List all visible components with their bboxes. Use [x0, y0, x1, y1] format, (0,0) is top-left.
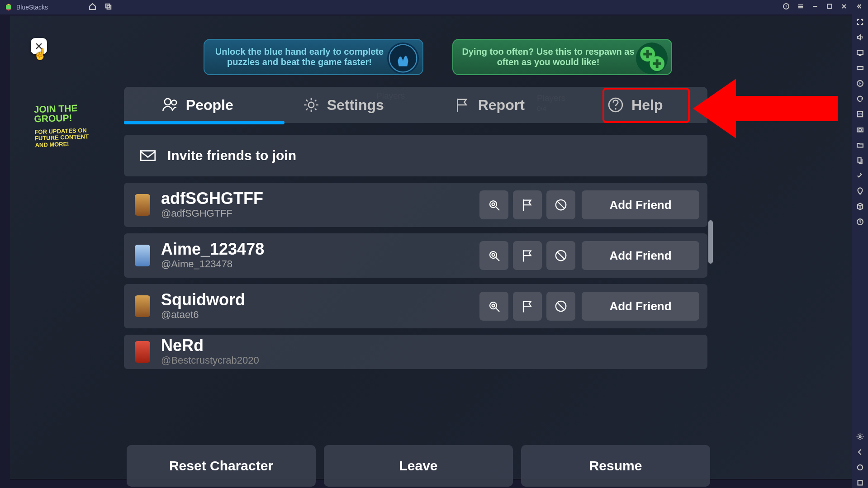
tab-help-label: Help — [631, 97, 663, 114]
player-row[interactable]: Aime_123478 @Aime_123478 Add Friend — [124, 233, 707, 278]
play-icon[interactable] — [856, 80, 864, 89]
bluestacks-logo-icon — [5, 3, 13, 11]
leave-button[interactable]: Leave — [324, 445, 513, 487]
block-player-button[interactable] — [546, 190, 575, 219]
display-icon[interactable] — [856, 49, 864, 58]
location-icon[interactable] — [856, 187, 864, 196]
help-icon — [606, 95, 625, 114]
folder-icon[interactable] — [856, 141, 864, 150]
flag-icon — [453, 95, 472, 114]
inspect-button[interactable] — [479, 292, 508, 321]
hamburger-icon[interactable] — [796, 3, 806, 12]
svg-point-17 — [389, 45, 417, 72]
tab-report[interactable]: Report — [416, 87, 562, 123]
mail-icon — [138, 146, 157, 165]
tab-people-label: People — [186, 97, 233, 114]
tab-help[interactable]: Help — [562, 87, 708, 123]
svg-rect-4 — [827, 4, 831, 8]
svg-rect-1 — [107, 5, 111, 9]
game-menu: People Settings Report Help Invite frien… — [124, 87, 707, 369]
report-player-button[interactable] — [513, 292, 542, 321]
game-viewport: Players1/3 Players0/4 JOIN THE GROUP! FO… — [10, 16, 852, 479]
player-list: adfSGHGTFF @adfSGHGTFF Add Friend Aime_1… — [124, 183, 707, 369]
svg-point-20 — [165, 99, 171, 105]
player-names: Aime_123478 @Aime_123478 — [161, 241, 264, 270]
fullscreen-icon[interactable] — [856, 18, 864, 27]
inspect-button[interactable] — [479, 241, 508, 270]
invite-label: Invite friends to join — [167, 148, 296, 163]
tab-settings-label: Settings — [327, 97, 384, 114]
cube-icon[interactable] — [856, 203, 864, 212]
report-player-button[interactable] — [513, 241, 542, 270]
collapse-panel-icon[interactable] — [854, 3, 863, 12]
block-player-button[interactable] — [546, 292, 575, 321]
sync-icon[interactable] — [856, 95, 864, 104]
gear-icon — [302, 95, 321, 114]
tab-underline — [124, 121, 285, 124]
svg-text:?: ? — [785, 5, 787, 9]
tab-people[interactable]: People — [124, 87, 270, 123]
bottom-button-row: Reset Character Leave Resume — [127, 445, 710, 487]
svg-point-15 — [857, 465, 862, 470]
player-handle: @ataet6 — [161, 309, 245, 321]
block-player-button[interactable] — [546, 241, 575, 270]
invite-friends-button[interactable]: Invite friends to join — [124, 135, 707, 176]
svg-rect-25 — [141, 151, 155, 161]
player-names: adfSGHGTFF @adfSGHGTFF — [161, 190, 263, 219]
resume-button[interactable]: Resume — [521, 445, 710, 487]
add-friend-button[interactable]: Add Friend — [582, 241, 699, 270]
svg-point-26 — [490, 201, 497, 208]
recent-apps-icon[interactable] — [104, 3, 112, 12]
bg-sign-top: JOIN THE GROUP! — [33, 103, 95, 124]
scrollbar-thumb[interactable] — [708, 220, 713, 264]
recents-icon[interactable] — [856, 479, 864, 488]
close-icon[interactable] — [839, 3, 849, 12]
svg-point-27 — [492, 203, 495, 206]
svg-rect-12 — [858, 158, 861, 162]
add-friend-button[interactable]: Add Friend — [582, 190, 699, 219]
side-toolbar: APK — [852, 14, 868, 488]
clock-icon[interactable] — [856, 218, 864, 227]
maximize-icon[interactable] — [825, 3, 835, 12]
add-friend-button[interactable]: Add Friend — [582, 292, 699, 321]
avatar — [135, 295, 150, 317]
promo-blue-hand[interactable]: Unlock the blue hand early to complete p… — [204, 39, 423, 75]
settings-gear-icon[interactable] — [856, 433, 864, 442]
svg-point-33 — [492, 304, 495, 307]
player-display-name: Squidword — [161, 292, 245, 308]
player-row[interactable]: NeRd @Bestcrustycrab2020 — [124, 335, 707, 369]
bg-sign: JOIN THE GROUP! FOR UPDATES ON FUTURE CO… — [33, 103, 96, 149]
svg-rect-5 — [857, 51, 863, 55]
promo-respawn[interactable]: Dying too often? Use this to respawn as … — [452, 39, 672, 75]
close-menu-button[interactable] — [31, 38, 47, 54]
volume-icon[interactable] — [856, 33, 864, 43]
svg-point-29 — [490, 251, 497, 258]
keyboard-icon[interactable] — [856, 64, 864, 73]
window-titlebar: BlueStacks ? — [0, 0, 868, 14]
player-row[interactable]: Squidword @ataet6 Add Friend — [124, 284, 707, 328]
svg-point-24 — [615, 108, 617, 110]
app-title: BlueStacks — [16, 4, 48, 11]
player-names: Squidword @ataet6 — [161, 292, 245, 321]
reset-character-button[interactable]: Reset Character — [127, 445, 316, 487]
macro-icon[interactable]: APK — [856, 110, 864, 119]
minimize-icon[interactable] — [810, 3, 820, 12]
rotate-icon[interactable] — [856, 172, 864, 181]
svg-point-14 — [859, 436, 861, 437]
back-icon[interactable] — [856, 448, 864, 457]
svg-point-32 — [490, 302, 497, 309]
promo-blue-text: Unlock the blue hand early to complete p… — [213, 47, 386, 67]
layers-icon[interactable] — [856, 156, 864, 166]
player-handle: @Aime_123478 — [161, 258, 264, 270]
avatar — [135, 341, 150, 363]
camera-icon[interactable] — [856, 126, 864, 135]
report-player-button[interactable] — [513, 190, 542, 219]
home-icon[interactable] — [89, 3, 96, 12]
player-row[interactable]: adfSGHGTFF @adfSGHGTFF Add Friend — [124, 183, 707, 227]
help-circle-icon[interactable]: ? — [781, 3, 791, 12]
svg-rect-16 — [858, 481, 862, 485]
home-nav-icon[interactable] — [856, 464, 864, 473]
svg-point-22 — [308, 102, 314, 108]
inspect-button[interactable] — [479, 190, 508, 219]
tab-settings[interactable]: Settings — [270, 87, 416, 123]
